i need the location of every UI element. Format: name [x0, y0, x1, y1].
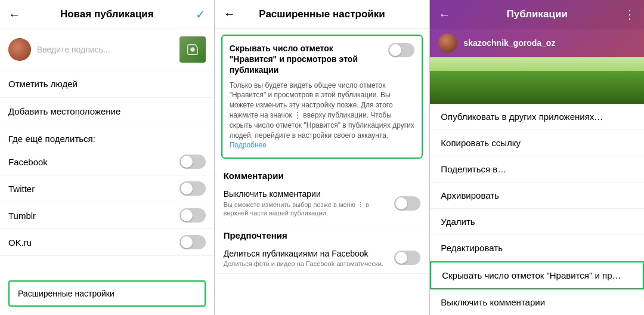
avatar-image — [8, 38, 31, 61]
context-item-delete[interactable]: Удалить — [430, 209, 644, 235]
context-item-publish-other[interactable]: Опубликовать в других приложениях… — [430, 104, 644, 130]
prefs-section-header: Предпочтения — [215, 224, 429, 243]
panel3-header: ← Публикации ⋮ — [430, 0, 644, 29]
panel1-header: ← Новая публикация ✓ — [0, 0, 214, 29]
disable-comments-label: Выключить комментарии — [224, 189, 395, 199]
caption-input[interactable]: Введите подпись... — [37, 45, 174, 54]
likes-hide-box: Скрывать число отметок "Нравится" и прос… — [221, 35, 423, 159]
context-item-edit[interactable]: Редактировать — [430, 235, 644, 261]
username-label: skazochnik_goroda_oz — [463, 38, 555, 48]
facebook-share-label: Делиться публикациями на Facebook — [224, 249, 395, 258]
learn-more-link[interactable]: Подробнее — [230, 141, 267, 149]
confirm-button[interactable]: ✓ — [189, 7, 206, 21]
more-options-button[interactable]: ⋮ — [624, 7, 636, 21]
add-location-item[interactable]: Добавить местоположение — [0, 98, 214, 125]
panel3-back-button[interactable]: ← — [438, 8, 450, 21]
facebook-share-desc: Делиться фото и видео на Facebook автома… — [224, 260, 395, 267]
tag-people-item[interactable]: Отметить людей — [0, 70, 214, 98]
panel3-title: Публикации — [456, 8, 618, 20]
image-grass — [430, 71, 644, 104]
back-button[interactable]: ← — [8, 8, 25, 21]
facebook-share-toggle[interactable] — [394, 251, 420, 265]
svg-point-0 — [190, 47, 194, 51]
post-compose-area: Введите подпись... — [0, 29, 214, 70]
facebook-label: Facebook — [8, 157, 48, 167]
panel-posts: ← Публикации ⋮ skazochnik_goroda_oz Опуб… — [430, 0, 644, 315]
facebook-toggle-row: Facebook — [0, 149, 214, 175]
share-section-label: Где ещё поделиться: — [0, 125, 214, 149]
facebook-share-toggle-row: Делиться публикациями на Facebook Делить… — [215, 243, 429, 274]
context-item-hide-likes[interactable]: Скрывать число отметок "Нравится" и пр… — [430, 261, 644, 289]
panel2-header: ← Расширенные настройки — [215, 0, 429, 29]
tumblr-toggle[interactable] — [179, 208, 206, 223]
context-menu: Опубликовать в других приложениях… Копир… — [430, 104, 644, 315]
okru-toggle-row: OK.ru — [0, 229, 214, 256]
panel2-back-button[interactable]: ← — [224, 7, 240, 21]
photo-thumbnail — [179, 36, 206, 63]
okru-label: OK.ru — [8, 237, 32, 248]
likes-toggle-description: Только вы будете видеть общее число отме… — [230, 81, 415, 151]
twitter-toggle-row: Twitter — [0, 175, 214, 202]
likes-toggle-row: Скрывать число отметок "Нравится" и прос… — [230, 43, 415, 76]
context-item-share[interactable]: Поделиться в… — [430, 156, 644, 183]
disable-comments-toggle[interactable] — [394, 196, 420, 211]
twitter-label: Twitter — [8, 184, 35, 194]
tumblr-label: Tumblr — [8, 211, 36, 221]
twitter-toggle[interactable] — [179, 181, 206, 196]
facebook-toggle[interactable] — [179, 155, 206, 169]
context-item-copy-link[interactable]: Копировать ссылку — [430, 130, 644, 156]
okru-toggle[interactable] — [179, 235, 206, 249]
panel1-title: Новая публикация — [25, 8, 189, 20]
advanced-settings-button[interactable]: Расширенные настройки — [8, 280, 206, 307]
user-info-row: skazochnik_goroda_oz — [430, 29, 644, 57]
likes-toggle[interactable] — [388, 43, 414, 57]
tumblr-toggle-row: Tumblr — [0, 202, 214, 229]
context-item-archive[interactable]: Архивировать — [430, 183, 644, 209]
likes-toggle-label: Скрывать число отметок "Нравится" и прос… — [230, 43, 383, 76]
avatar — [8, 38, 31, 61]
disable-comments-toggle-row: Выключить комментарии Вы сможете изменит… — [215, 183, 429, 224]
disable-comments-desc: Вы сможете изменить выбор позже в меню ⋮… — [224, 200, 395, 218]
panel2-title: Расширенные настройки — [240, 8, 404, 20]
user-avatar — [438, 33, 457, 52]
panel-advanced-settings: ← Расширенные настройки Скрывать число о… — [215, 0, 429, 315]
post-image — [430, 57, 644, 104]
context-item-disable-comments[interactable]: Выключить комментарии — [430, 289, 644, 315]
panel-new-post: ← Новая публикация ✓ Введите подпись... … — [0, 0, 214, 315]
comments-section-header: Комментарии — [215, 165, 429, 183]
